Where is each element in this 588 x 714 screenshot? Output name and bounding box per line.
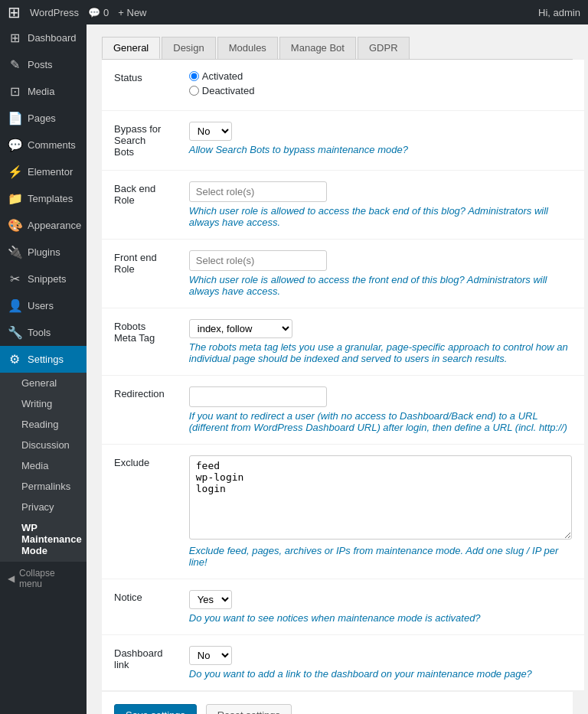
tab-bar: General Design Modules Manage Bot GDPR: [102, 37, 573, 60]
exclude-label: Exclude: [102, 445, 177, 579]
sidebar-item-posts[interactable]: ✎ Posts: [0, 51, 87, 78]
redirection-input[interactable]: [189, 386, 327, 407]
new-content-link[interactable]: + New: [118, 7, 146, 18]
tab-general[interactable]: General: [102, 37, 160, 59]
sidebar-label-templates: Templates: [28, 193, 73, 204]
frontend-role-input[interactable]: [189, 250, 327, 271]
exclude-textarea[interactable]: feed wp-login login: [189, 455, 572, 540]
bypass-bots-description: Allow Search Bots to bypass maintenance …: [189, 144, 572, 155]
submenu-item-privacy[interactable]: Privacy: [0, 497, 87, 517]
notice-description: Do you want to see notices when maintena…: [189, 612, 572, 624]
status-deactivated-radio[interactable]: [189, 86, 199, 96]
sidebar-label-users: Users: [28, 300, 54, 311]
frontend-role-row: Front end Role Which user role is allowe…: [102, 240, 584, 308]
sidebar-item-comments[interactable]: 💬 Comments: [0, 132, 87, 158]
tab-manage-bot[interactable]: Manage Bot: [279, 37, 356, 59]
dashboard-icon: ⊞: [8, 31, 21, 45]
submenu-item-wp-maintenance-mode[interactable]: WP Maintenance Mode: [0, 517, 87, 561]
admin-bar: ⊞ WordPress 💬 0 + New Hi, admin: [0, 0, 588, 24]
collapse-icon: ◀: [8, 573, 15, 584]
bypass-bots-select[interactable]: No Yes: [189, 122, 232, 141]
templates-icon: 📁: [8, 191, 21, 206]
site-name[interactable]: WordPress: [30, 7, 79, 18]
sidebar-item-users[interactable]: 👤 Users: [0, 292, 87, 319]
exclude-row: Exclude feed wp-login login Exclude feed…: [102, 445, 584, 579]
bypass-bots-cell: No Yes Allow Search Bots to bypass maint…: [177, 111, 584, 171]
admin-menu: ⊞ Dashboard ✎ Posts ⊡ Media 📄 Pages 💬 Co…: [0, 24, 87, 714]
comments-icon: 💬: [8, 138, 21, 152]
sidebar-label-appearance: Appearance: [28, 220, 81, 231]
status-cell: Activated Deactivated: [177, 60, 584, 111]
sidebar-item-media[interactable]: ⊡ Media: [0, 78, 87, 105]
notice-cell: Yes No Do you want to see notices when m…: [177, 579, 584, 635]
submenu-item-permalinks[interactable]: Permalinks: [0, 476, 87, 497]
redirection-cell: If you want to redirect a user (with no …: [177, 376, 584, 445]
comments-count: 0: [103, 7, 109, 18]
sidebar-label-dashboard: Dashboard: [28, 32, 77, 44]
sidebar-item-templates[interactable]: 📁 Templates: [0, 185, 87, 212]
robots-meta-select[interactable]: index, follow noindex, nofollow noindex,…: [189, 319, 292, 338]
sidebar-item-settings[interactable]: ⚙ Settings: [0, 346, 87, 373]
status-activated-radio[interactable]: [189, 71, 199, 81]
media-icon: ⊡: [8, 84, 21, 99]
backend-role-description: Which user role is allowed to access the…: [189, 205, 572, 228]
posts-icon: ✎: [8, 57, 21, 72]
status-label: Status: [102, 60, 177, 111]
frontend-role-cell: Which user role is allowed to access the…: [177, 240, 584, 308]
dashboard-link-description: Do you want to add a link to the dashboa…: [189, 668, 572, 680]
submenu-item-discussion[interactable]: Discussion: [0, 435, 87, 455]
dashboard-link-label: Dashboard link: [102, 635, 177, 691]
sidebar-label-comments: Comments: [28, 139, 76, 151]
wp-logo-icon: ⊞: [8, 3, 21, 21]
submenu-item-media[interactable]: Media: [0, 455, 87, 476]
sidebar-item-plugins[interactable]: 🔌 Plugins: [0, 239, 87, 266]
save-settings-button[interactable]: Save settings: [114, 704, 197, 714]
tab-design[interactable]: Design: [162, 37, 215, 59]
settings-form-table: Status Activated Deactivated: [102, 60, 584, 691]
sidebar-item-appearance[interactable]: 🎨 Appearance: [0, 212, 87, 239]
user-greeting[interactable]: Hi, admin: [538, 7, 580, 18]
exclude-description: Exclude feed, pages, archives or IPs fro…: [189, 545, 572, 568]
sidebar-item-pages[interactable]: 📄 Pages: [0, 105, 87, 132]
plugins-icon: 🔌: [8, 245, 21, 259]
elementor-icon: ⚡: [8, 165, 21, 179]
status-deactivated-option: Deactivated: [189, 85, 572, 96]
snippets-icon: ✂: [8, 272, 21, 286]
status-deactivated-label: Deactivated: [202, 85, 255, 96]
backend-role-row: Back end Role Which user role is allowed…: [102, 171, 584, 240]
sidebar-item-tools[interactable]: 🔧 Tools: [0, 319, 87, 346]
submenu-item-writing[interactable]: Writing: [0, 393, 87, 414]
sidebar-item-snippets[interactable]: ✂ Snippets: [0, 266, 87, 292]
sidebar-item-dashboard[interactable]: ⊞ Dashboard: [0, 24, 87, 51]
collapse-menu-label: Collapse menu: [19, 568, 79, 589]
main-content: General Design Modules Manage Bot GDPR S…: [87, 24, 588, 714]
comment-icon: 💬: [88, 7, 100, 18]
sidebar-label-plugins: Plugins: [28, 246, 60, 258]
sidebar-label-settings: Settings: [28, 354, 64, 365]
appearance-icon: 🎨: [8, 218, 21, 233]
dashboard-link-cell: No Yes Do you want to add a link to the …: [177, 635, 584, 691]
dashboard-link-row: Dashboard link No Yes Do you want to add…: [102, 635, 584, 691]
robots-meta-row: Robots Meta Tag index, follow noindex, n…: [102, 308, 584, 376]
users-icon: 👤: [8, 298, 21, 313]
redirection-description: If you want to redirect a user (with no …: [189, 410, 572, 433]
notice-label: Notice: [102, 579, 177, 635]
robots-meta-description: The robots meta tag lets you use a granu…: [189, 341, 572, 364]
submenu-item-reading[interactable]: Reading: [0, 414, 87, 435]
dashboard-link-select[interactable]: No Yes: [189, 646, 232, 665]
reset-settings-button[interactable]: Reset settings: [206, 704, 292, 714]
redirection-label: Redirection: [102, 376, 177, 445]
settings-submenu: General Writing Reading Discussion Media…: [0, 373, 87, 561]
form-submit-row: Save settings Reset settings: [102, 691, 573, 714]
sidebar-item-elementor[interactable]: ⚡ Elementor: [0, 158, 87, 185]
backend-role-input[interactable]: [189, 181, 327, 202]
collapse-menu-button[interactable]: ◀ Collapse menu: [0, 561, 87, 595]
sidebar-label-posts: Posts: [28, 59, 53, 70]
tab-gdpr[interactable]: GDPR: [358, 37, 410, 59]
comments-link[interactable]: 💬 0: [88, 7, 109, 18]
frontend-role-description: Which user role is allowed to access the…: [189, 274, 572, 297]
exclude-cell: feed wp-login login Exclude feed, pages,…: [177, 445, 584, 579]
notice-select[interactable]: Yes No: [189, 590, 232, 609]
tab-modules[interactable]: Modules: [217, 37, 278, 59]
submenu-item-general[interactable]: General: [0, 373, 87, 393]
